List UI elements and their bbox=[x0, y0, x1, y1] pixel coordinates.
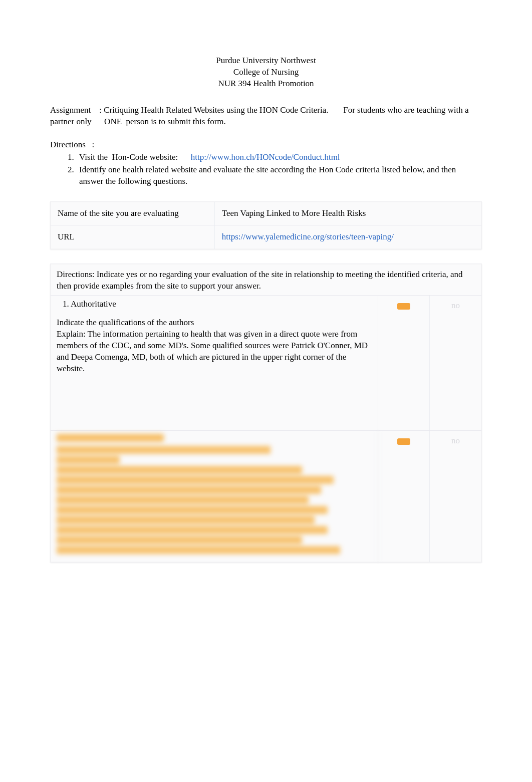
site-name-label: Name of the site you are evaluating bbox=[51, 202, 214, 225]
site-url-label: URL bbox=[51, 225, 214, 249]
criteria-directions: Directions: Indicate yes or no regarding… bbox=[51, 264, 481, 296]
header-college: College of Nursing bbox=[50, 67, 482, 78]
criteria-no-cell: no bbox=[430, 296, 481, 430]
redacted-line bbox=[57, 526, 328, 534]
table-row: URL https://www.yalemedicine.org/stories… bbox=[51, 225, 481, 249]
assignment-tail3: person is to submit this form. bbox=[126, 117, 226, 126]
criteria-row-complementarity: no bbox=[51, 431, 481, 562]
redacted-line bbox=[57, 446, 271, 454]
criteria-no-text: no bbox=[451, 436, 460, 445]
criteria-subline: Indicate the qualifications of the autho… bbox=[57, 317, 372, 329]
highlight-chip-icon bbox=[397, 303, 410, 310]
directions-item-1-mid: Hon-Code website: bbox=[112, 152, 178, 162]
directions-item-1-pre: Visit the bbox=[79, 152, 108, 162]
assignment-text: : Critiquing Health Related Websites usi… bbox=[99, 105, 328, 115]
criteria-yes-cell bbox=[378, 296, 430, 430]
document-page: Purdue University Northwest College of N… bbox=[0, 0, 532, 593]
directions-label-row: Directions : bbox=[50, 140, 482, 150]
criteria-main-cell: 1. Authoritative Indicate the qualificat… bbox=[51, 296, 378, 430]
redacted-line bbox=[57, 466, 302, 474]
highlight-chip-icon bbox=[397, 438, 410, 445]
criteria-main-cell-redacted bbox=[51, 431, 378, 562]
redacted-line bbox=[57, 516, 315, 524]
header-course: NUR 394 Health Promotion bbox=[50, 78, 482, 90]
criteria-yes-cell bbox=[378, 431, 430, 562]
redacted-line bbox=[57, 506, 328, 514]
document-header: Purdue University Northwest College of N… bbox=[50, 55, 482, 90]
directions-list: Visit the Hon-Code website: http://www.h… bbox=[50, 152, 482, 187]
assignment-paragraph: Assignment : Critiquing Health Related W… bbox=[50, 105, 482, 128]
redacted-heading bbox=[57, 434, 164, 442]
table-row: Name of the site you are evaluating Teen… bbox=[51, 202, 481, 226]
site-url-link[interactable]: https://www.yalemedicine.org/stories/tee… bbox=[222, 232, 394, 241]
redacted-line bbox=[57, 546, 340, 554]
redacted-line bbox=[57, 496, 309, 504]
directions-item-1: Visit the Hon-Code website: http://www.h… bbox=[76, 152, 482, 163]
assignment-tail2: ONE bbox=[104, 117, 122, 126]
criteria-no-text: no bbox=[451, 301, 460, 310]
criteria-row-authoritative: 1. Authoritative Indicate the qualificat… bbox=[51, 296, 481, 431]
redacted-line bbox=[57, 476, 334, 484]
directions-label: Directions bbox=[50, 140, 86, 149]
site-url-value-cell: https://www.yalemedicine.org/stories/tee… bbox=[214, 225, 481, 249]
honcode-link[interactable]: http://www.hon.ch/HONcode/Conduct.html bbox=[191, 152, 340, 162]
redacted-line bbox=[57, 456, 120, 464]
site-info-table: Name of the site you are evaluating Teen… bbox=[50, 201, 482, 250]
site-name-value: Teen Vaping Linked to More Health Risks bbox=[214, 202, 481, 225]
criteria-table: Directions: Indicate yes or no regarding… bbox=[50, 264, 482, 563]
criteria-explain: Explain: The information pertaining to h… bbox=[57, 329, 372, 375]
redacted-line bbox=[57, 536, 302, 544]
header-university: Purdue University Northwest bbox=[50, 55, 482, 67]
assignment-label: Assignment bbox=[50, 105, 91, 115]
criteria-no-cell: no bbox=[430, 431, 481, 562]
criteria-heading: 1. Authoritative bbox=[63, 299, 372, 310]
directions-item-2: Identify one health related website and … bbox=[76, 164, 482, 187]
directions-colon: : bbox=[92, 140, 95, 149]
redacted-line bbox=[57, 486, 321, 494]
